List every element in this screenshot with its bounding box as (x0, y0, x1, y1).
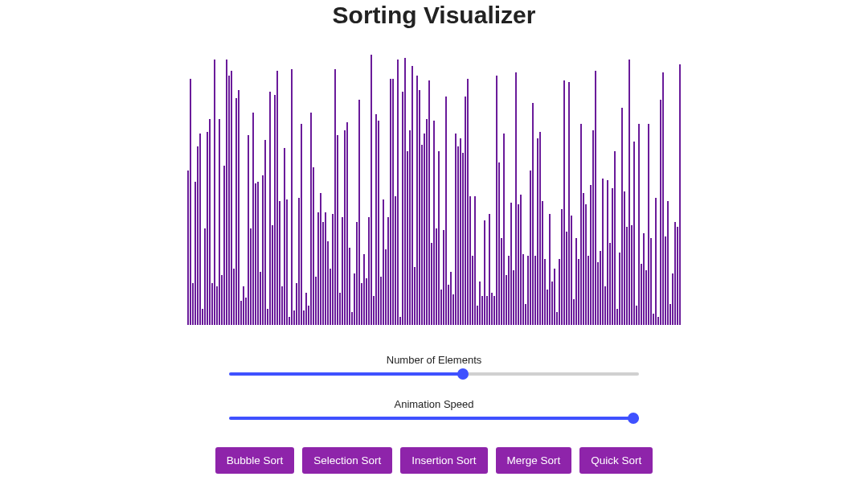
bar (204, 228, 206, 325)
bar (669, 304, 671, 325)
elements-slider-group: Number of Elements (229, 354, 639, 376)
bar (665, 236, 666, 325)
bar (363, 254, 365, 325)
bar (619, 253, 620, 325)
bar (474, 196, 476, 325)
bar (472, 256, 473, 325)
bar (313, 167, 314, 325)
bar (662, 72, 664, 325)
bar (337, 135, 338, 325)
bar (344, 130, 346, 325)
bar (566, 232, 567, 325)
bar (315, 277, 317, 325)
bar (207, 132, 208, 325)
bar (445, 97, 447, 325)
bar (272, 225, 273, 325)
bar (334, 69, 336, 325)
bar (481, 296, 483, 325)
bar (368, 217, 370, 325)
bar (561, 209, 563, 325)
bar (578, 259, 579, 325)
bar (455, 134, 457, 325)
bar (202, 309, 203, 325)
bar (440, 290, 442, 325)
bubble-sort-button[interactable]: Bubble Sort (215, 447, 295, 474)
bar (428, 80, 430, 325)
bar (679, 64, 681, 325)
bar (301, 124, 302, 325)
speed-slider[interactable] (229, 417, 639, 420)
bar (477, 306, 478, 325)
bar (520, 195, 522, 325)
bar (279, 201, 280, 325)
bar (248, 135, 249, 325)
bar (243, 286, 244, 325)
bar (366, 278, 367, 325)
bar (255, 183, 256, 325)
elements-slider[interactable] (229, 372, 639, 376)
bar (530, 171, 531, 325)
bar (209, 119, 211, 325)
bar (624, 191, 625, 325)
bar (354, 273, 355, 325)
bar (414, 267, 416, 325)
bar (342, 217, 343, 325)
bar (291, 69, 293, 325)
bar (431, 243, 432, 325)
bar (638, 124, 640, 325)
bar (648, 124, 649, 325)
bar (491, 293, 493, 325)
bar (607, 180, 608, 325)
bar (643, 233, 645, 325)
selection-sort-button[interactable]: Selection Sort (302, 447, 392, 474)
bar (286, 199, 288, 325)
bar (305, 293, 307, 325)
bar (426, 119, 428, 325)
bar (633, 142, 635, 325)
bar (674, 222, 676, 325)
bar (532, 103, 534, 325)
speed-slider-label: Animation Speed (394, 398, 473, 410)
bar (397, 60, 399, 325)
bar (235, 98, 237, 325)
bar (274, 95, 276, 325)
bar (407, 151, 408, 325)
bar (308, 306, 309, 325)
page-title: Sorting Visualizer (333, 2, 536, 29)
insertion-sort-button[interactable]: Insertion Sort (400, 447, 487, 474)
bar (238, 90, 240, 325)
merge-sort-button[interactable]: Merge Sort (496, 447, 572, 474)
bar (559, 259, 560, 325)
bar (310, 113, 312, 325)
bar (371, 55, 372, 325)
bar (600, 251, 601, 325)
bar (563, 80, 565, 325)
bar (245, 298, 247, 325)
bar (657, 317, 659, 325)
bar (597, 262, 599, 325)
bar (284, 148, 285, 325)
bar (525, 304, 526, 325)
bar (219, 119, 220, 325)
bar (211, 283, 213, 325)
bar (416, 76, 418, 325)
bar (380, 277, 382, 325)
quick-sort-button[interactable]: Quick Sort (579, 447, 653, 474)
bar (602, 179, 604, 325)
sort-buttons-row: Bubble Sort Selection Sort Insertion Sor… (215, 447, 653, 474)
bar (672, 273, 674, 325)
bar (399, 317, 401, 325)
bar (590, 185, 592, 325)
bar (522, 254, 524, 325)
bar (252, 113, 254, 325)
bar (276, 71, 278, 325)
bar (221, 275, 223, 325)
bar (433, 121, 435, 325)
bar (583, 193, 584, 325)
bar (317, 212, 319, 325)
bar (233, 269, 235, 325)
bar (349, 248, 350, 325)
bar (544, 259, 546, 325)
bar (537, 138, 538, 325)
bar (298, 198, 300, 325)
